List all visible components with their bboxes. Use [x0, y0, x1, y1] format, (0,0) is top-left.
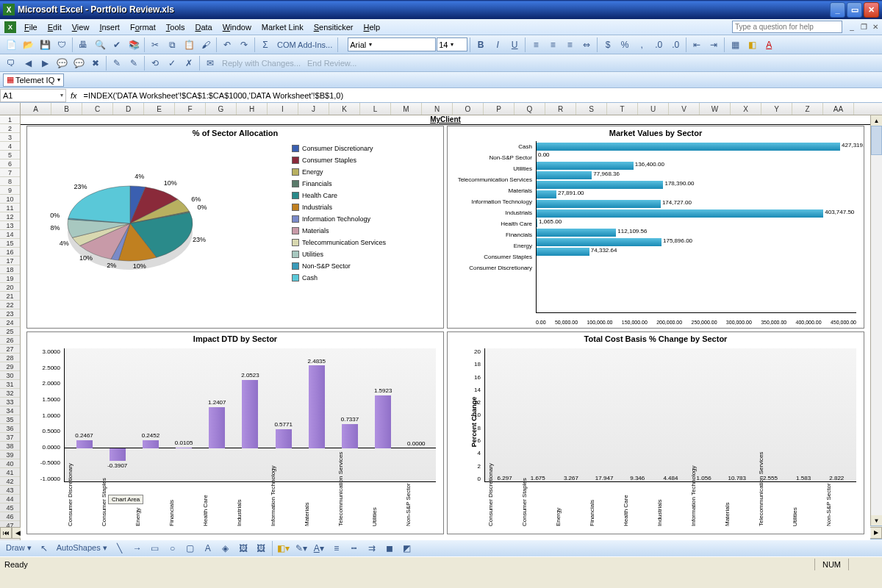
print-preview-icon[interactable]: 🔍: [92, 37, 108, 53]
chart-market-values[interactable]: Market Values by Sector CashNon-S&P Sect…: [447, 126, 864, 329]
column-header[interactable]: Y: [761, 103, 792, 115]
column-header[interactable]: L: [360, 103, 391, 115]
column-header[interactable]: W: [700, 103, 731, 115]
research-icon[interactable]: 📚: [126, 37, 142, 53]
menu-sensiticker[interactable]: Sensiticker: [309, 21, 359, 33]
row-header[interactable]: 20: [0, 283, 20, 292]
reply-changes-button[interactable]: Reply with Changes...: [219, 59, 304, 68]
row-header[interactable]: 28: [0, 354, 20, 362]
column-header[interactable]: T: [607, 103, 638, 115]
cut-icon[interactable]: ✂: [147, 37, 163, 53]
line-style-icon[interactable]: ≡: [329, 540, 345, 556]
decrease-indent-icon[interactable]: ⇤: [689, 37, 705, 53]
arrow-style-icon[interactable]: ⇉: [364, 540, 380, 556]
row-header[interactable]: 24: [0, 318, 20, 327]
row-header[interactable]: 35: [0, 415, 20, 424]
name-box[interactable]: A1▾: [0, 89, 66, 102]
maximize-button[interactable]: ▭: [847, 2, 862, 18]
diagram-icon[interactable]: ◈: [218, 540, 234, 556]
column-header[interactable]: S: [576, 103, 607, 115]
doc-restore-icon[interactable]: ❐: [858, 22, 869, 32]
column-header[interactable]: R: [545, 103, 576, 115]
paste-icon[interactable]: 📋: [181, 37, 197, 53]
chart-sector-allocation[interactable]: % of Sector Allocation 4%10%6%0%23%10%2%…: [26, 126, 444, 329]
line-icon[interactable]: ╲: [112, 540, 128, 556]
doc-close-icon[interactable]: ✕: [870, 22, 881, 32]
delete-comment-icon[interactable]: ✖: [87, 55, 104, 71]
next-comment-icon[interactable]: ▶: [37, 55, 53, 71]
copy-icon[interactable]: ⧉: [164, 37, 180, 53]
row-header[interactable]: 10: [0, 195, 20, 204]
row-header[interactable]: 1: [0, 115, 20, 124]
ink-icon[interactable]: ✎: [109, 55, 125, 71]
bold-icon[interactable]: B: [473, 37, 489, 53]
select-all-corner[interactable]: [0, 103, 21, 115]
menu-window[interactable]: Window: [218, 21, 257, 33]
align-left-icon[interactable]: ≡: [528, 37, 544, 53]
column-header[interactable]: X: [731, 103, 761, 115]
increase-indent-icon[interactable]: ⇥: [706, 37, 722, 53]
reject-change-icon[interactable]: ✗: [181, 55, 197, 71]
row-header[interactable]: 32: [0, 389, 20, 398]
autosum-icon[interactable]: Σ: [257, 37, 273, 53]
column-header[interactable]: M: [391, 103, 422, 115]
column-header[interactable]: D: [113, 103, 144, 115]
column-header[interactable]: I: [268, 103, 298, 115]
telemet-iq-button[interactable]: ▦Telemet IQ▾: [3, 74, 64, 87]
autoshapes-menu[interactable]: AutoShapes ▾: [54, 543, 110, 553]
font-color-icon[interactable]: A▾: [311, 540, 327, 556]
doc-minimize-icon[interactable]: _: [847, 22, 857, 32]
redo-icon[interactable]: ↷: [236, 37, 252, 53]
row-header[interactable]: 21: [0, 292, 20, 301]
column-header[interactable]: A: [21, 103, 51, 115]
menu-insert[interactable]: Insert: [94, 21, 125, 33]
save-icon[interactable]: 💾: [37, 37, 53, 53]
row-header[interactable]: 25: [0, 327, 20, 336]
menu-marketlink[interactable]: Market Link: [257, 21, 309, 33]
column-header[interactable]: AA: [823, 103, 854, 115]
3d-icon[interactable]: ◩: [399, 540, 415, 556]
column-header[interactable]: B: [51, 103, 82, 115]
row-header[interactable]: 13: [0, 221, 20, 230]
menu-edit[interactable]: Edit: [43, 21, 67, 33]
end-review-button[interactable]: End Review...: [304, 59, 359, 68]
align-center-icon[interactable]: ≡: [545, 37, 561, 53]
spelling-icon[interactable]: ✔: [109, 37, 125, 53]
show-all-comments-icon[interactable]: 💬: [71, 55, 87, 71]
currency-icon[interactable]: $: [600, 37, 616, 53]
column-header[interactable]: O: [453, 103, 484, 115]
menu-data[interactable]: Data: [190, 21, 217, 33]
row-header[interactable]: 14: [0, 230, 20, 239]
draw-menu[interactable]: Draw ▾: [3, 543, 35, 553]
row-header[interactable]: 18: [0, 265, 20, 274]
row-header[interactable]: 2: [0, 124, 20, 133]
row-header[interactable]: 4: [0, 142, 20, 151]
vertical-scrollbar[interactable]: ▲ ▼: [870, 115, 882, 526]
column-header[interactable]: H: [237, 103, 268, 115]
italic-icon[interactable]: I: [490, 37, 506, 53]
scroll-up-icon[interactable]: ▲: [871, 115, 882, 126]
chart-impact-dtd[interactable]: Impact DTD by Sector 3.00002.50002.00001…: [26, 331, 444, 534]
column-header[interactable]: C: [82, 103, 113, 115]
row-header[interactable]: 36: [0, 424, 20, 433]
row-header[interactable]: 16: [0, 248, 20, 257]
tab-first-icon[interactable]: ⏮: [0, 527, 12, 539]
column-header[interactable]: G: [206, 103, 237, 115]
row-header[interactable]: 11: [0, 204, 20, 212]
menu-view[interactable]: View: [67, 21, 95, 33]
rectangle-icon[interactable]: ▭: [147, 540, 163, 556]
worksheet-area[interactable]: MyClient % of Sector Allocation 4%10%6%0…: [21, 115, 870, 540]
column-header[interactable]: Q: [514, 103, 545, 115]
column-header[interactable]: K: [329, 103, 360, 115]
font-color-icon[interactable]: A: [761, 37, 777, 53]
scroll-down-icon[interactable]: ▼: [871, 515, 882, 526]
oval-icon[interactable]: ○: [165, 540, 181, 556]
accept-change-icon[interactable]: ✓: [164, 55, 180, 71]
fx-label[interactable]: fx: [66, 91, 82, 100]
open-icon[interactable]: 📂: [20, 37, 36, 53]
font-name-combo[interactable]: Arial▾: [348, 37, 436, 51]
send-mail-icon[interactable]: ✉: [202, 55, 218, 71]
minimize-button[interactable]: _: [830, 2, 845, 18]
row-header[interactable]: 17: [0, 257, 20, 265]
row-header[interactable]: 6: [0, 159, 20, 168]
